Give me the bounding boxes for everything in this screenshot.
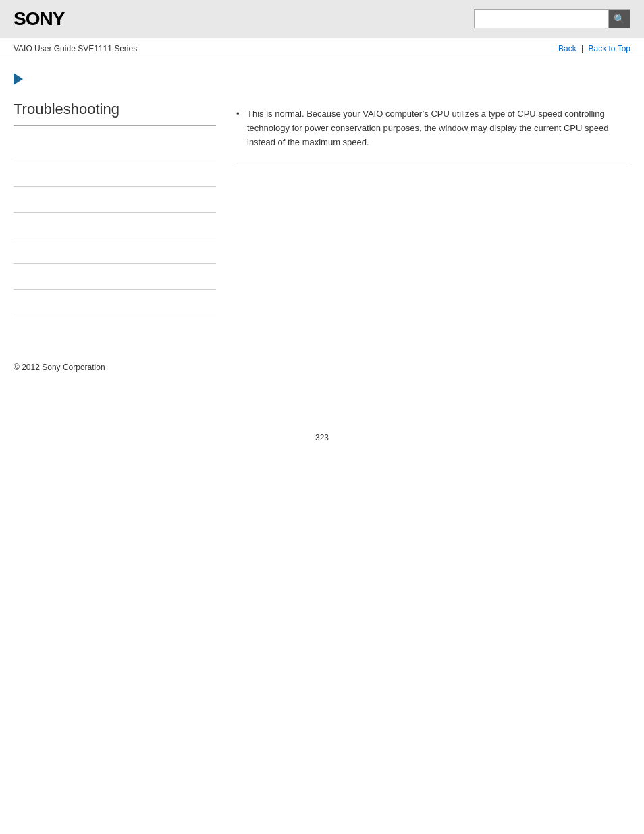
footer: © 2012 Sony Corporation <box>0 356 644 379</box>
list-item <box>14 264 216 290</box>
answer-list: This is normal. Because your VAIO comput… <box>236 107 630 149</box>
nav-separator: | <box>581 44 583 53</box>
list-item <box>14 161 216 187</box>
nav-links: Back | Back to Top <box>558 44 630 53</box>
list-item <box>14 238 216 264</box>
search-button[interactable]: 🔍 <box>609 9 630 28</box>
sidebar-heading: Troubleshooting <box>14 101 216 126</box>
chevron-container <box>14 73 630 87</box>
copyright-text: © 2012 Sony Corporation <box>14 363 105 372</box>
answer-section: This is normal. Because your VAIO comput… <box>236 101 630 163</box>
search-area: 🔍 <box>474 9 630 28</box>
list-item <box>14 213 216 238</box>
nav-bar: VAIO User Guide SVE1111 Series Back | Ba… <box>0 38 644 59</box>
back-link[interactable]: Back <box>558 44 576 53</box>
answer-item: This is normal. Because your VAIO comput… <box>236 107 630 149</box>
header: SONY 🔍 <box>0 0 644 38</box>
content: Troubleshooting This is normal. Because … <box>0 59 644 329</box>
list-item <box>14 290 216 315</box>
chevron-right-icon <box>14 73 23 85</box>
search-icon: 🔍 <box>614 14 625 24</box>
sidebar: Troubleshooting <box>14 101 216 315</box>
right-content: This is normal. Because your VAIO comput… <box>236 101 630 315</box>
sony-logo: SONY <box>14 8 64 30</box>
back-to-top-link[interactable]: Back to Top <box>589 44 630 53</box>
list-item <box>14 187 216 213</box>
guide-title: VAIO User Guide SVE1111 Series <box>14 44 137 53</box>
search-input[interactable] <box>474 9 609 28</box>
list-item <box>14 136 216 161</box>
page-number: 323 <box>0 433 644 442</box>
main-layout: Troubleshooting This is normal. Because … <box>14 101 630 315</box>
